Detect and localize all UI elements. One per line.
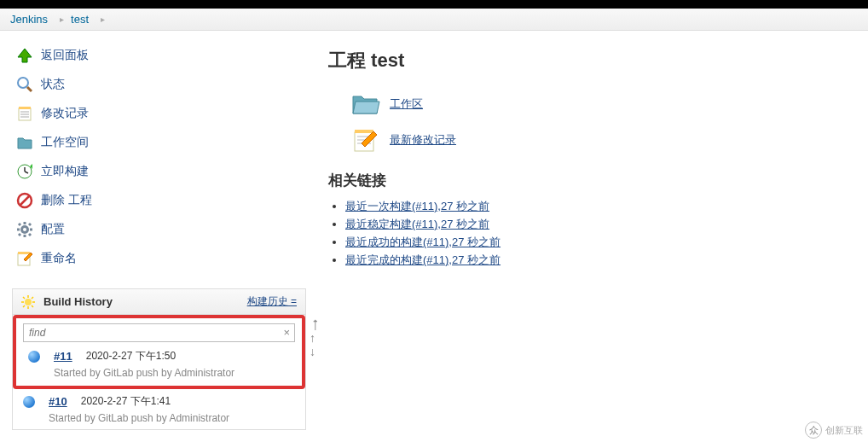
svg-rect-3	[19, 107, 31, 109]
delete-icon	[15, 191, 34, 210]
svg-line-20	[19, 234, 20, 236]
related-links-heading: 相关链接	[328, 171, 851, 190]
related-link[interactable]: 最近稳定构建(#11),27 秒之前	[345, 218, 489, 230]
build-number-link[interactable]: #10	[49, 395, 67, 408]
svg-point-24	[25, 299, 32, 305]
folder-open-icon	[350, 89, 381, 119]
notepad-icon	[15, 104, 34, 123]
find-input[interactable]	[23, 323, 295, 342]
svg-line-1	[27, 87, 32, 91]
sidebar-item-changes[interactable]: 修改记录	[12, 99, 306, 128]
build-history-title: Build History	[21, 295, 113, 309]
svg-line-19	[29, 234, 31, 236]
svg-point-0	[18, 78, 28, 88]
related-link[interactable]: 最近完成的构建(#11),27 秒之前	[345, 253, 501, 266]
notepad-edit-icon	[350, 125, 381, 155]
rename-icon	[15, 249, 34, 268]
build-number-link[interactable]: #11	[54, 350, 72, 363]
svg-line-32	[32, 297, 33, 299]
sidebar-item-delete[interactable]: 删除 工程	[12, 186, 306, 215]
scroll-down-icon[interactable]: ↓	[310, 345, 321, 358]
sidebar-item-label: 工作空间	[41, 135, 89, 150]
build-row[interactable]: #11 2020-2-27 下午1:50 Started by GitLab p…	[18, 344, 300, 384]
clock-icon	[15, 162, 34, 181]
clear-icon[interactable]: ×	[283, 326, 290, 339]
workspace-block: 工作区	[350, 89, 851, 119]
status-ball-icon	[28, 351, 40, 363]
sidebar-item-label: 状态	[41, 77, 65, 92]
svg-line-31	[23, 305, 25, 307]
watermark-logo-icon: 众	[805, 422, 822, 435]
chevron-right-icon: ▸	[60, 15, 64, 24]
sidebar-item-label: 配置	[41, 222, 65, 237]
breadcrumb: Jenkins ▸ test ▸	[0, 9, 868, 31]
page-title: 工程 test	[328, 48, 851, 73]
sidebar-item-build-now[interactable]: 立即构建	[12, 157, 306, 186]
sidebar-item-back[interactable]: 返回面板	[12, 41, 306, 70]
gear-icon	[15, 220, 34, 239]
sidebar-item-label: 重命名	[41, 251, 77, 266]
build-started-by: Started by GitLab push by Administrator	[54, 367, 292, 379]
sidebar-item-status[interactable]: 状态	[12, 70, 306, 99]
related-links-list: 最近一次构建(#11),27 秒之前 最近稳定构建(#11),27 秒之前 最近…	[345, 199, 851, 268]
workspace-link[interactable]: 工作区	[390, 96, 423, 112]
svg-line-11	[20, 196, 29, 205]
svg-rect-34	[355, 130, 373, 133]
sidebar-item-label: 立即构建	[41, 164, 89, 179]
sidebar-item-label: 修改记录	[41, 106, 89, 121]
sun-icon	[21, 295, 35, 309]
build-history-find: ×	[23, 323, 295, 342]
sidebar-item-workspace[interactable]: 工作空间	[12, 128, 306, 157]
sidebar-item-configure[interactable]: 配置	[12, 215, 306, 244]
build-timestamp: 2020-2-27 下午1:41	[81, 394, 171, 409]
scroll-up-icon[interactable]: ↑	[310, 331, 321, 345]
watermark: 众 创新互联	[805, 422, 863, 435]
breadcrumb-jenkins[interactable]: Jenkins	[10, 13, 48, 26]
svg-line-21	[29, 224, 31, 225]
up-arrow-icon	[15, 46, 34, 65]
svg-rect-23	[18, 252, 30, 254]
build-started-by: Started by GitLab push by Administrator	[49, 412, 297, 424]
svg-line-30	[32, 305, 33, 307]
breadcrumb-project[interactable]: test	[71, 13, 89, 26]
svg-point-13	[23, 228, 26, 231]
scroll-top-icon[interactable]: ⭡	[310, 317, 321, 331]
build-row[interactable]: #10 2020-2-27 下午1:41 Started by GitLab p…	[13, 389, 305, 429]
status-ball-icon	[23, 396, 35, 408]
sidebar-item-rename[interactable]: 重命名	[12, 244, 306, 273]
build-timestamp: 2020-2-27 下午1:50	[86, 349, 176, 363]
changes-link[interactable]: 最新修改记录	[390, 132, 456, 148]
magnifier-icon	[15, 75, 34, 94]
changes-block: 最新修改记录	[350, 125, 851, 155]
sidebar-item-label: 删除 工程	[41, 193, 92, 208]
folder-icon	[15, 133, 34, 152]
build-history-panel: Build History 构建历史 = × #11 2020-2-27 下午1…	[12, 288, 306, 430]
highlight-box: × #11 2020-2-27 下午1:50 Started by GitLab…	[13, 315, 305, 389]
related-link[interactable]: 最近一次构建(#11),27 秒之前	[345, 200, 489, 212]
build-history-trend-link[interactable]: 构建历史 =	[247, 294, 297, 309]
svg-line-18	[19, 224, 20, 225]
build-history-scroll-arrows: ⭡ ↑ ↓	[310, 317, 321, 358]
sidebar-item-label: 返回面板	[41, 48, 89, 63]
svg-line-29	[23, 297, 25, 299]
related-link[interactable]: 最近成功的构建(#11),27 秒之前	[345, 236, 501, 248]
chevron-right-icon: ▸	[101, 15, 105, 24]
annotation-success: 构建成功	[241, 433, 310, 435]
